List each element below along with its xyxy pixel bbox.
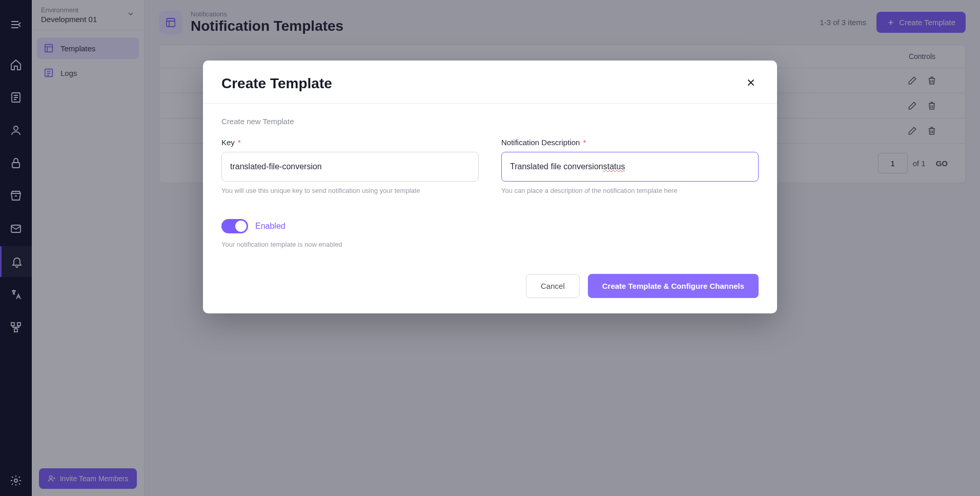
modal-overlay[interactable]: Create Template Create new Template Key … (0, 0, 980, 496)
modal-close-button[interactable] (743, 75, 759, 92)
toggle-help: Your notification template is now enable… (221, 241, 759, 248)
toggle-knob (235, 221, 247, 232)
enabled-toggle[interactable] (221, 219, 248, 233)
key-input[interactable] (221, 152, 479, 182)
toggle-label: Enabled (255, 222, 285, 231)
close-icon (745, 77, 757, 88)
description-field-label: Notification Description * (501, 138, 759, 147)
submit-button[interactable]: Create Template & Configure Channels (588, 274, 759, 298)
cancel-button[interactable]: Cancel (526, 274, 580, 298)
modal-title: Create Template (221, 75, 332, 92)
description-field-help: You can place a description of the notif… (501, 187, 759, 194)
modal-subtitle: Create new Template (221, 117, 759, 126)
create-template-modal: Create Template Create new Template Key … (203, 61, 777, 313)
key-field-label: Key * (221, 138, 479, 147)
key-field-help: You will use this unique key to send not… (221, 187, 479, 194)
description-input[interactable]: Translated file conversion status (501, 152, 759, 182)
